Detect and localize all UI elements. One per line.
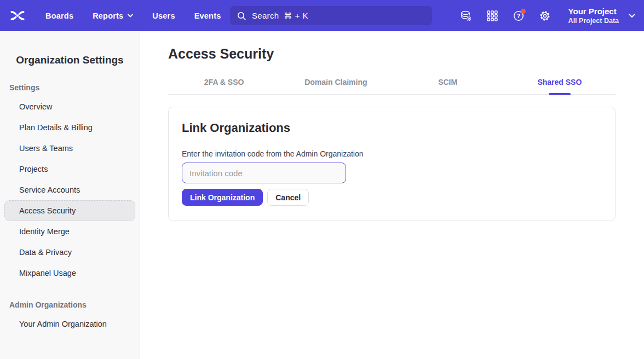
tab-scim[interactable]: SCIM	[392, 71, 504, 94]
project-info: Your Project All Project Data	[568, 6, 619, 25]
sidebar-item-label: Users & Teams	[19, 144, 73, 153]
database-gear-icon[interactable]	[460, 10, 472, 22]
nav-item-label: Reports	[93, 11, 123, 20]
link-organization-button[interactable]: Link Organization	[182, 189, 263, 206]
svg-text:?: ?	[516, 13, 520, 19]
main-nav: Boards Reports Users Events	[45, 0, 221, 31]
nav-item-reports[interactable]: Reports	[93, 11, 133, 20]
nav-item-label: Boards	[45, 11, 73, 20]
sidebar-item-mixpanel-usage[interactable]: Mixpanel Usage	[4, 263, 135, 283]
chevron-down-icon	[629, 14, 635, 18]
tab-2fa-sso[interactable]: 2FA & SSO	[168, 71, 280, 94]
card-actions: Link Organization Cancel	[182, 189, 602, 206]
sidebar-item-label: Mixpanel Usage	[19, 269, 76, 277]
search-placeholder: Search	[252, 11, 279, 20]
apps-grid-icon[interactable]	[486, 10, 498, 22]
tab-label: 2FA & SSO	[204, 78, 244, 86]
sidebar-item-users-teams[interactable]: Users & Teams	[4, 138, 135, 159]
sidebar-item-access-security[interactable]: Access Security	[4, 200, 135, 221]
sidebar-section-admin-organizations: Admin Organizations	[9, 300, 140, 309]
invitation-code-description: Enter the invitation code from the Admin…	[182, 149, 602, 158]
project-subtitle: All Project Data	[568, 16, 619, 25]
tab-domain-claiming[interactable]: Domain Claiming	[280, 71, 392, 94]
tab-label: SCIM	[438, 78, 457, 86]
mixpanel-logo[interactable]	[9, 8, 26, 23]
sidebar-item-label: Your Admin Organization	[19, 320, 107, 328]
sidebar-section-settings: Settings	[9, 83, 140, 92]
sidebar-item-your-admin-organization[interactable]: Your Admin Organization	[4, 314, 135, 334]
search-input[interactable]: Search ⌘ + K	[230, 6, 432, 25]
sidebar-item-label: Access Security	[19, 206, 76, 215]
sidebar-item-identity-merge[interactable]: Identity Merge	[4, 221, 135, 242]
tab-bar: 2FA & SSO Domain Claiming SCIM Shared SS…	[168, 71, 616, 95]
sidebar-item-label: Overview	[19, 102, 52, 111]
project-name: Your Project	[568, 6, 617, 16]
page-title: Access Security	[168, 45, 616, 62]
header-actions: ? Your Project All Project Data	[460, 0, 635, 31]
nav-item-events[interactable]: Events	[194, 11, 221, 20]
tab-label: Domain Claiming	[304, 78, 367, 86]
sidebar-item-service-accounts[interactable]: Service Accounts	[4, 180, 135, 200]
help-question-icon[interactable]: ?	[513, 10, 525, 22]
sidebar-item-projects[interactable]: Projects	[4, 159, 135, 180]
sidebar-item-label: Projects	[19, 165, 48, 173]
nav-item-boards[interactable]: Boards	[45, 11, 73, 20]
link-organizations-card: Link Organizations Enter the invitation …	[168, 107, 616, 221]
project-switcher[interactable]: Your Project All Project Data	[568, 6, 635, 25]
sidebar-item-label: Identity Merge	[19, 227, 70, 236]
tab-label: Shared SSO	[537, 78, 582, 86]
main-content: Access Security 2FA & SSO Domain Claimin…	[140, 31, 644, 359]
sidebar-item-plan-details-billing[interactable]: Plan Details & Billing	[4, 117, 135, 138]
cancel-button[interactable]: Cancel	[267, 189, 309, 206]
chevron-down-icon	[128, 14, 133, 18]
nav-item-users[interactable]: Users	[152, 11, 175, 20]
nav-item-label: Events	[194, 11, 221, 20]
sidebar-item-label: Data & Privacy	[19, 248, 72, 257]
top-nav-bar: Boards Reports Users Events Search ⌘ + K	[0, 0, 644, 31]
card-title: Link Organizations	[182, 121, 602, 135]
sidebar-item-overview[interactable]: Overview	[4, 96, 135, 117]
settings-sidebar: Organization Settings Settings Overview …	[0, 31, 140, 359]
search-icon	[237, 11, 246, 21]
gear-icon[interactable]	[539, 10, 551, 22]
notification-badge	[521, 9, 526, 14]
search-shortcut-hint: ⌘ + K	[284, 11, 308, 21]
tab-shared-sso[interactable]: Shared SSO	[504, 71, 616, 94]
sidebar-title: Organization Settings	[0, 54, 140, 66]
nav-item-label: Users	[152, 11, 175, 20]
sidebar-item-data-privacy[interactable]: Data & Privacy	[4, 242, 135, 263]
invitation-code-input[interactable]	[182, 163, 346, 183]
sidebar-item-label: Plan Details & Billing	[19, 123, 93, 132]
sidebar-item-label: Service Accounts	[19, 186, 80, 194]
